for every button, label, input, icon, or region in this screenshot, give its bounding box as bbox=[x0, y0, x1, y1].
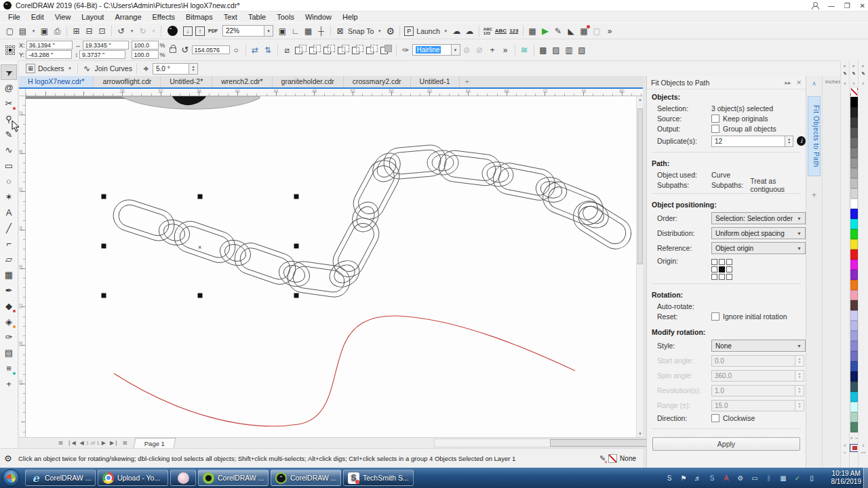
ellipse-tool[interactable]: ○ bbox=[1, 174, 17, 189]
application-launcher-icon[interactable]: P bbox=[404, 26, 414, 36]
range-field[interactable]: 15.0 bbox=[711, 400, 795, 411]
rectangle-tool[interactable]: ▭ bbox=[1, 158, 17, 174]
docker-collapse-chevron-icon[interactable]: ∧ bbox=[806, 76, 822, 87]
snap-off-icon[interactable]: ⊠ bbox=[334, 24, 347, 37]
power-icon[interactable]: ▯ bbox=[807, 473, 816, 483]
taskbar-button-coreldraw-dark[interactable]: CorelDRAW ... bbox=[271, 470, 341, 486]
color-swatch-none[interactable] bbox=[850, 87, 858, 97]
color-swatch-f07818[interactable] bbox=[850, 280, 858, 290]
tab-graniteholder-cdr[interactable]: graniteholder.cdr bbox=[273, 76, 344, 87]
open-icon[interactable]: ▤ bbox=[16, 24, 29, 37]
to-back-icon[interactable]: ⊘ bbox=[473, 43, 486, 56]
smart-drawing-tool[interactable]: ≡ bbox=[1, 361, 17, 376]
display-tray-icon[interactable]: ▭ bbox=[750, 473, 760, 483]
cloud-upload-icon[interactable]: ☁ bbox=[463, 24, 476, 37]
ignore-initial-rotation-checkbox[interactable] bbox=[711, 312, 719, 321]
update-ready-icon[interactable]: ✓ bbox=[793, 473, 802, 483]
docker-collapse-icon[interactable]: ▸▸ bbox=[785, 79, 791, 86]
palette-expand-icon[interactable]: »» bbox=[859, 449, 868, 455]
calendar-icon[interactable]: ▦ bbox=[526, 24, 539, 37]
join-curves-button[interactable]: Join Curves bbox=[95, 64, 132, 73]
order-dropdown[interactable]: Selection: Selection order▼ bbox=[711, 212, 806, 224]
polygon-tool[interactable]: ✶ bbox=[1, 189, 17, 205]
ruler-origin-box[interactable] bbox=[19, 89, 26, 96]
hscroll-thumb[interactable] bbox=[550, 439, 650, 447]
scale-v-field[interactable]: 100.0 bbox=[132, 50, 159, 59]
trim-icon[interactable] bbox=[309, 45, 321, 55]
volume-icon[interactable]: ♬ bbox=[693, 473, 703, 483]
color-swatch-d6d6d6[interactable] bbox=[850, 188, 858, 199]
menu-edit[interactable]: Edit bbox=[26, 12, 50, 22]
rotation-angle-field[interactable]: 154.0576 bbox=[192, 45, 230, 54]
color-swatch-19d119[interactable] bbox=[850, 229, 858, 239]
spin-angle-spinner[interactable]: ▲▼ bbox=[795, 370, 804, 382]
eyedropper-icon[interactable]: ✒ bbox=[856, 67, 868, 80]
taskbar-clock[interactable]: 10:19 AM 8/16/2019 bbox=[831, 470, 862, 486]
color-swatch-ccccf2[interactable] bbox=[850, 310, 858, 321]
color-swatch-c1c1c1[interactable] bbox=[850, 178, 858, 188]
menu-tools[interactable]: Tools bbox=[271, 12, 300, 22]
action-center-flag-icon[interactable]: ⚑ bbox=[679, 473, 688, 483]
color-swatch-4e8468[interactable] bbox=[850, 422, 858, 432]
settings-tray-icon[interactable]: ⚙ bbox=[736, 473, 745, 483]
show-rulers-icon[interactable]: ∟ bbox=[289, 24, 302, 37]
show-desktop-button[interactable] bbox=[863, 468, 868, 488]
front-minus-back-icon[interactable] bbox=[352, 45, 363, 55]
keep-originals-checkbox[interactable] bbox=[711, 115, 719, 123]
cloud-download-icon[interactable]: ☁ bbox=[450, 24, 463, 37]
y-position-field[interactable]: -43.288 " bbox=[26, 50, 72, 59]
menu-bitmaps[interactable]: Bitmaps bbox=[180, 12, 218, 22]
simplify-icon[interactable] bbox=[338, 45, 349, 55]
outline-color-swatch[interactable] bbox=[608, 454, 617, 463]
menu-view[interactable]: View bbox=[50, 12, 77, 22]
copy-icon[interactable]: ⊟ bbox=[83, 24, 96, 37]
scale-h-field[interactable]: 100.0 bbox=[132, 41, 159, 49]
combine-icon[interactable]: ⧄ bbox=[281, 43, 294, 56]
weld-icon[interactable] bbox=[295, 45, 307, 55]
dimension-tool[interactable]: ╱ bbox=[1, 220, 17, 236]
tab-crossmary2-cdr[interactable]: crossmary2.cdr bbox=[344, 76, 411, 87]
proofing-abc-icon[interactable]: ABC bbox=[495, 28, 507, 34]
style-dropdown[interactable]: None▼ bbox=[711, 340, 806, 352]
set-square-icon[interactable]: ◣ bbox=[565, 24, 578, 37]
launch-button[interactable]: Launch bbox=[416, 27, 439, 35]
duplicates-field[interactable]: 12 bbox=[711, 136, 785, 147]
object-properties-icon[interactable]: ▧ bbox=[576, 43, 589, 56]
palette-scroll-up-icon[interactable]: ∧ bbox=[862, 81, 865, 85]
freehand-tool[interactable]: ✎ bbox=[1, 127, 17, 142]
outline-width-combo[interactable]: Hairline▾ bbox=[412, 44, 460, 56]
extra-palette[interactable]: ▸ ✒ ∧ ∨ »» bbox=[858, 60, 868, 468]
back-minus-front-icon[interactable] bbox=[366, 45, 378, 55]
add-page-after-icon[interactable]: ⊞ bbox=[121, 440, 130, 446]
taskbar-button-techsmith[interactable]: TechSmith S... bbox=[343, 470, 414, 486]
toolbar-overflow-icon[interactable]: » bbox=[604, 24, 616, 37]
welcome-screen-icon[interactable] bbox=[167, 26, 178, 36]
fill-color-icon[interactable]: ✎ bbox=[599, 454, 606, 463]
tab-arrowoflight-cdr[interactable]: arrowoflight.cdr bbox=[94, 76, 161, 87]
dockers-dropdown-icon[interactable]: ▾ bbox=[66, 62, 75, 75]
app-s-tray-icon[interactable]: S bbox=[707, 473, 717, 483]
launch-dropdown-icon[interactable]: ▾ bbox=[441, 24, 450, 37]
revolutions-field[interactable]: 1.0 bbox=[711, 385, 795, 396]
adobe-tray-icon[interactable]: A bbox=[722, 473, 731, 483]
start-angle-field[interactable]: 0.0 bbox=[711, 355, 795, 367]
flatten-icon[interactable]: ▥ bbox=[563, 43, 576, 56]
color-swatch-32555c[interactable] bbox=[850, 382, 858, 392]
restore-button[interactable]: ❐ bbox=[844, 2, 850, 9]
next-page-icon[interactable]: ▶ bbox=[100, 440, 108, 446]
network-icon[interactable]: ▦ bbox=[778, 473, 788, 483]
start-button[interactable] bbox=[2, 469, 20, 487]
save-icon[interactable]: ▣ bbox=[38, 24, 51, 37]
import-icon[interactable]: ↓ bbox=[183, 26, 193, 36]
template-icon[interactable]: ▢ bbox=[591, 24, 604, 37]
taskbar-button-internet-explorer[interactable]: CorelDRAW ... bbox=[25, 470, 96, 486]
horizontal-scrollbar[interactable] bbox=[434, 439, 655, 447]
redo-dropdown-icon[interactable]: ▾ bbox=[149, 24, 158, 37]
transparency-tool[interactable]: ▦ bbox=[1, 267, 17, 283]
cut-icon[interactable]: ⊞ bbox=[70, 24, 83, 37]
palette-expand-icon[interactable]: » bbox=[855, 436, 857, 440]
menu-layout[interactable]: Layout bbox=[76, 12, 109, 22]
wrap-text-icon[interactable]: ≋ bbox=[518, 43, 531, 56]
add-page-before-icon[interactable]: ⊞ bbox=[56, 440, 65, 446]
convert-to-curves-icon[interactable]: ▩ bbox=[537, 43, 550, 56]
